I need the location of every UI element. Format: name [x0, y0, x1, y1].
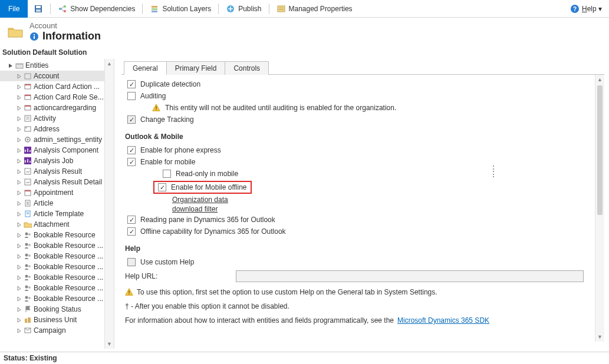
tree-item-19[interactable]: Bookable Resource ... — [0, 272, 114, 283]
tree-item-9[interactable]: Analysis Result — [0, 166, 114, 177]
solution-label: Solution Default Solution — [0, 48, 609, 59]
tree-item-label: Action Card Action ... — [34, 82, 100, 91]
offline-capability-checkbox[interactable] — [127, 227, 136, 236]
mobile-offline-checkbox[interactable] — [158, 183, 166, 191]
tree-item-23[interactable]: Business Unit — [0, 315, 114, 325]
enable-mobile-checkbox[interactable] — [127, 158, 136, 166]
svg-line-6 — [61, 6, 64, 9]
tree-item-7[interactable]: Analysis Component — [0, 145, 114, 155]
tree-item-8[interactable]: Analysis Job — [0, 155, 114, 166]
tree-item-icon — [24, 273, 32, 282]
tree-item-icon — [24, 316, 32, 324]
tree-item-label: Bookable Resource ... — [34, 252, 103, 260]
info-icon — [29, 32, 39, 41]
tree-item-icon — [24, 326, 32, 335]
publish-icon — [226, 4, 235, 14]
tree-item-13[interactable]: Article Template — [0, 209, 114, 219]
tree-item-icon — [24, 178, 32, 186]
folder-icon — [7, 25, 24, 39]
tree-item-icon — [24, 167, 32, 176]
audit-warning-text: This entity will not be audited until au… — [165, 104, 396, 112]
tab-controls[interactable]: Controls — [225, 61, 269, 75]
mobile-offline-highlight: Enable for Mobile offline — [153, 181, 252, 194]
tree-item-22[interactable]: Booking Status — [0, 304, 114, 315]
tree-item-2[interactable]: Action Card Role Se... — [0, 92, 114, 102]
tree-item-15[interactable]: Bookable Resource — [0, 230, 114, 240]
svg-point-43 — [28, 233, 31, 236]
svg-rect-36 — [25, 168, 31, 174]
tree-item-20[interactable]: Bookable Resource ... — [0, 283, 114, 293]
help-label: Help ▾ — [582, 5, 602, 13]
publish-button[interactable]: Publish — [220, 0, 267, 17]
tree-item-icon — [24, 93, 32, 101]
tree-item-icon — [24, 305, 32, 313]
tree-item-24[interactable]: Campaign — [0, 325, 114, 336]
tree-item-4[interactable]: Activity — [0, 113, 114, 124]
phone-express-checkbox[interactable] — [127, 146, 136, 154]
show-dependencies-button[interactable]: Show Dependencies — [52, 0, 141, 17]
tab-general[interactable]: General — [124, 61, 167, 75]
svg-point-42 — [25, 233, 28, 236]
tree-item-label: Campaign — [34, 326, 66, 335]
navigation-tree[interactable]: EntitiesAccountAction Card Action ...Act… — [0, 59, 114, 349]
tree-item-12[interactable]: Article — [0, 198, 114, 209]
scroll-down-icon[interactable]: ▼ — [595, 332, 604, 342]
tree-item-icon — [24, 284, 32, 292]
save-button[interactable] — [28, 0, 49, 17]
managed-properties-button[interactable]: Managed Properties — [271, 0, 358, 17]
org-data-filter-link[interactable]: Organization datadownload filter — [172, 196, 228, 213]
scroll-up-icon[interactable]: ▲ — [595, 75, 604, 84]
svg-rect-60 — [156, 110, 156, 110]
svg-rect-31 — [25, 127, 27, 128]
scroll-up-icon[interactable]: ▲ — [105, 59, 114, 68]
tree-item-21[interactable]: Bookable Resource ... — [0, 293, 114, 304]
tree-scrollbar[interactable]: ▲ ▼ — [104, 59, 114, 349]
tree-item-3[interactable]: actioncardregarding — [0, 102, 114, 113]
tree-item-10[interactable]: Analysis Result Detail — [0, 177, 114, 187]
tree-item-icon — [24, 199, 32, 207]
tree-item-16[interactable]: Bookable Resource ... — [0, 240, 114, 251]
tree-item-14[interactable]: Attachment — [0, 219, 114, 230]
svg-point-50 — [25, 275, 28, 278]
dependencies-icon — [58, 4, 67, 14]
svg-point-51 — [28, 276, 31, 278]
duplicate-detection-checkbox[interactable] — [127, 80, 136, 88]
file-menu-button[interactable]: File — [0, 0, 28, 18]
tree-item-11[interactable]: Appointment — [0, 187, 114, 198]
solution-layers-button[interactable]: Solution Layers — [144, 0, 217, 17]
tree-root-entities[interactable]: Entities — [0, 60, 114, 71]
reading-pane-checkbox[interactable] — [127, 216, 136, 224]
tree-item-1[interactable]: Action Card Action ... — [0, 81, 114, 92]
dagger-note: † - After you enable this option it cann… — [125, 302, 601, 310]
tree-item-icon — [24, 72, 32, 80]
tree-item-18[interactable]: Bookable Resource ... — [0, 262, 114, 272]
enable-mobile-label: Enable for mobile — [140, 158, 195, 166]
tree-item-label: Activity — [34, 114, 56, 123]
auditing-checkbox[interactable] — [127, 92, 136, 100]
content-scrollbar[interactable]: ▲ ▼ — [595, 75, 604, 342]
readonly-mobile-checkbox[interactable] — [163, 170, 171, 178]
help-button[interactable]: ? Help ▾ — [570, 4, 609, 14]
change-tracking-checkbox[interactable] — [127, 115, 136, 124]
tree-item-17[interactable]: Bookable Resource ... — [0, 251, 114, 262]
svg-rect-10 — [152, 11, 157, 12]
tree-item-label: Bookable Resource ... — [34, 273, 103, 282]
svg-point-4 — [64, 5, 66, 8]
sdk-link[interactable]: Microsoft Dynamics 365 SDK — [397, 316, 489, 325]
warning-icon — [152, 104, 160, 112]
tree-item-6[interactable]: admin_settings_entity — [0, 134, 114, 145]
help-url-input[interactable] — [236, 270, 584, 282]
scroll-thumb[interactable] — [597, 85, 603, 215]
tree-item-icon — [24, 231, 32, 239]
use-custom-help-checkbox[interactable] — [127, 258, 136, 266]
tab-primary-field[interactable]: Primary Field — [166, 61, 226, 75]
svg-rect-39 — [25, 190, 31, 191]
scroll-down-icon[interactable]: ▼ — [105, 339, 114, 349]
svg-rect-28 — [25, 105, 31, 107]
tree-item-0[interactable]: Account — [0, 71, 114, 81]
tree-item-label: Address — [34, 125, 60, 133]
tree-item-label: Bookable Resource ... — [34, 294, 103, 303]
svg-point-3 — [59, 8, 61, 10]
tree-item-icon — [24, 241, 32, 250]
tree-item-5[interactable]: Address — [0, 124, 114, 134]
